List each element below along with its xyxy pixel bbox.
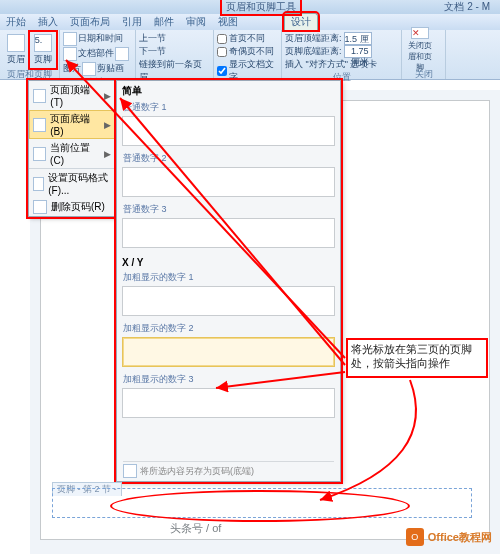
menu-bottom[interactable]: 页面底端(B)▶ [29,110,115,139]
top-icon [33,89,46,103]
tab-layout[interactable]: 页面布局 [64,14,116,30]
ribbon: 页眉 5.页脚 页眉和页脚 日期和时间 文档部件 图片 剪贴画 插入 上一节 下… [0,30,500,80]
remove-icon [33,200,47,214]
group-label-close: 关闭 [405,68,442,81]
annotation-box: 将光标放在第三页的页脚处，按箭头指向操作 [346,338,488,378]
nav-prev[interactable]: 上一节 [139,32,210,45]
header-distance[interactable]: 页眉顶端距离:1.5 厘米 [285,32,398,45]
tab-mail[interactable]: 邮件 [148,14,180,30]
thumb-label-3: 普通数字 3 [117,203,340,217]
footer-distance[interactable]: 页脚底端距离:1.75 厘米 [285,45,398,58]
thumb-label-b3: 加粗显示的数字 3 [117,373,340,387]
gallery-section-simple: 简单 [117,81,340,101]
footer-gallery: 简单 普通数字 1 普通数字 2 普通数字 3 X / Y 加粗显示的数字 1 … [116,80,341,482]
logo-icon: O [406,528,424,546]
menu-top[interactable]: 页面顶端(T)▶ [29,81,115,110]
menu-format[interactable]: 设置页码格式(F)... [29,169,115,198]
tab-insert[interactable]: 插入 [32,14,64,30]
thumb-plain-2[interactable] [122,167,335,197]
quickparts-icon[interactable] [63,47,77,61]
gallery-section-xy: X / Y [117,254,340,271]
format-icon [33,177,44,191]
thumb-label-b1: 加粗显示的数字 1 [117,271,340,285]
tab-ref[interactable]: 引用 [116,14,148,30]
tab-view[interactable]: 视图 [212,14,244,30]
title-bar: 页眉和页脚工具 文档 2 - M [0,0,500,14]
page-number-icon: 5. [34,34,52,52]
thumb-label-b2: 加粗显示的数字 2 [117,322,340,336]
date-icon[interactable] [63,32,77,46]
watermark: O Office教程网 [406,528,492,546]
tab-review[interactable]: 审阅 [180,14,212,30]
nav-next[interactable]: 下一节 [139,45,210,58]
bottom-icon [33,118,46,132]
thumb-bold-1[interactable] [122,286,335,316]
menu-remove[interactable]: 删除页码(R) [29,198,115,216]
opt-odd[interactable]: 奇偶页不同 [217,45,278,58]
tab-start[interactable]: 开始 [0,14,32,30]
footer-button[interactable]: 5.页脚 [30,32,57,68]
document-name: 文档 2 - M [444,0,490,14]
brand-text: Office教程网 [428,530,492,545]
opt-first[interactable]: 首页不同 [217,32,278,45]
header-button[interactable]: 页眉 [3,32,30,68]
thumb-label-1: 普通数字 1 [117,101,340,115]
thumb-label-2: 普通数字 2 [117,152,340,166]
thumb-bold-3[interactable] [122,388,335,418]
align-tab[interactable]: 插入 "对齐方式" 选项卡 [285,58,398,71]
save-icon [123,464,137,478]
page-number-menu: 页面顶端(T)▶ 页面底端(B)▶ 当前位置(C)▶ 设置页码格式(F)... … [28,80,116,217]
picture-icon[interactable] [115,47,129,61]
menu-current[interactable]: 当前位置(C)▶ [29,139,115,168]
thumb-bold-2[interactable] [122,337,335,367]
thumb-plain-3[interactable] [122,218,335,248]
clipart-icon[interactable] [82,62,96,76]
toutiao-credit: 头条号 / of [170,521,221,536]
gallery-save-hint[interactable]: 将所选内容另存为页码(底端) [123,461,334,478]
thumb-plain-1[interactable] [122,116,335,146]
current-icon [33,147,46,161]
close-button[interactable]: ✕关闭页眉和页脚 [405,32,435,68]
annotation-ellipse [110,490,410,522]
contextual-tab-label: 页眉和页脚工具 [220,0,302,16]
